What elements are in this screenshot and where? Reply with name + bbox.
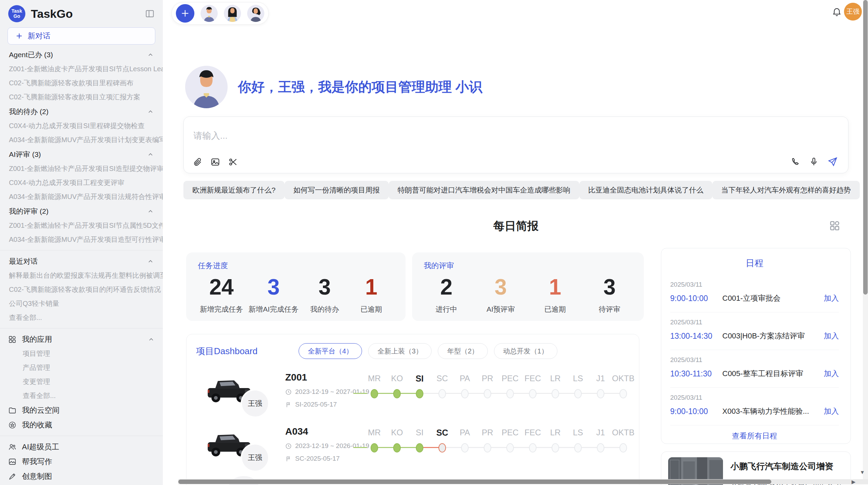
stat-label: 新增AI完成任务 [249, 304, 299, 314]
sidebar-item[interactable]: C0X4-动力总成开发项目工程变更评审 [0, 176, 163, 190]
app-link-project[interactable]: 项目管理 [0, 347, 163, 361]
send-icon[interactable] [828, 157, 838, 167]
scissors-icon[interactable] [228, 157, 238, 167]
chevron-up-icon[interactable] [147, 51, 154, 58]
suggestion-chip[interactable]: 欧洲新规最近颁布了什么? [183, 181, 285, 199]
sidebar-item[interactable]: Z001-全新燃油轻卡产品开发项目SI造型提交物评审 [0, 162, 163, 176]
milestone: PR [476, 373, 499, 398]
stat: 3AI预评审 [480, 276, 521, 314]
suggestion-chip[interactable]: 特朗普可能对进口汽车增税会对中国车企造成哪些影响 [389, 181, 579, 199]
milestone-dot-overdue [438, 443, 446, 452]
sidebar-help-write[interactable]: 帮我写作 [0, 454, 163, 469]
sidebar-collapse-icon[interactable] [145, 9, 155, 18]
suggestion-chip[interactable]: 当下年轻人对汽车外观有怎样的喜好趋势 [712, 181, 860, 199]
vertical-scrollbar[interactable] [863, 0, 868, 479]
task-progress-title: 任务进度 [198, 261, 394, 271]
notification-bell-icon[interactable] [832, 7, 842, 17]
recent-view-all[interactable]: 查看全部... [0, 311, 163, 325]
new-chat-button[interactable]: 新对话 [8, 27, 155, 45]
stat-value: 24 [209, 276, 233, 298]
sidebar-section-my-review[interactable]: 我的评审 (2) [0, 204, 163, 219]
chevron-up-icon[interactable] [147, 151, 154, 158]
chevron-up-icon[interactable] [147, 258, 154, 265]
horizontal-scrollbar[interactable] [178, 479, 868, 484]
milestone: OKTB [612, 427, 635, 452]
chevron-up-icon[interactable] [147, 208, 154, 215]
sidebar-cloud-space[interactable]: 我的云空间 [0, 403, 163, 418]
my-review-stats: 2进行中 3AI预评审 1已逾期 3待评审 [424, 276, 632, 314]
app-link-product[interactable]: 产品管理 [0, 361, 163, 375]
suggestion-chip[interactable]: 如何写一份清晰的项目周报 [285, 181, 389, 199]
chevron-up-icon[interactable] [148, 336, 155, 343]
sidebar-item[interactable]: Z001-全新燃油皮卡产品开发项目SI节点Lesson Learn报告 [0, 62, 163, 76]
project-flag: SC-2025-05-17 [285, 455, 369, 462]
greeting-block: 你好，王强，我是你的项目管理助理 小识 [185, 66, 482, 108]
schedule-date: 2025/03/11 [670, 394, 839, 401]
milestone-dot-pending [619, 389, 627, 398]
recent-conversation[interactable]: 公司Q3轻卡销量 [0, 297, 163, 311]
microphone-icon[interactable] [809, 157, 819, 166]
view-all-schedule-link[interactable]: 查看所有日程 [670, 431, 839, 441]
sidebar-item[interactable]: C0X4-动力总成开发项目SI里程碑提交物检查 [0, 119, 163, 133]
sidebar-ai-employee[interactable]: AI超级员工 [0, 439, 163, 454]
recent-conversation[interactable]: C02-飞腾新能源轻客改款项目的闭环通告反馈情况 [0, 283, 163, 297]
sidebar-creative-draw[interactable]: 创意制图 [0, 469, 163, 484]
filter-chip-selected[interactable]: 全新平台（4） [299, 343, 362, 359]
sidebar-item[interactable]: C02-飞腾新能源轻客改款项目立项汇报方案 [0, 90, 163, 104]
app-link-view-all[interactable]: 查看全部... [0, 389, 163, 403]
milestone-current: SI [408, 373, 431, 398]
briefing-layout-icon[interactable] [829, 220, 841, 232]
join-link[interactable]: 加入 [824, 331, 839, 341]
user-avatar[interactable]: 王强 [844, 3, 862, 21]
project-row[interactable]: 王强 Z001 2023-12-19 ~ 2027-01-19 SI-2025-… [186, 369, 639, 423]
sidebar-item[interactable]: C02-飞腾新能源轻客改款项目里程碑画布 [0, 76, 163, 90]
milestone-dot-pending [461, 443, 469, 452]
sidebar-favorites[interactable]: 我的收藏 [0, 418, 163, 432]
app-link-change[interactable]: 变更管理 [0, 375, 163, 389]
horizontal-scrollbar-thumb[interactable] [178, 480, 771, 484]
avatar[interactable] [201, 5, 218, 22]
milestone-dot-done [416, 389, 423, 398]
scroll-down-arrow[interactable]: ▼ [860, 469, 865, 475]
suggestion-chip[interactable]: 比亚迪全固态电池计划具体说了什么 [579, 181, 712, 199]
sidebar-section-my-todo[interactable]: 我的待办 (2) [0, 104, 163, 119]
image-icon[interactable] [210, 157, 220, 167]
avatar[interactable] [247, 5, 264, 22]
stat-label: 待评审 [599, 304, 620, 314]
milestone-dot-pending [574, 389, 582, 398]
schedule-item: 2025/03/11 9:00-10:00 X003-车辆动力学性能验... 加… [670, 388, 839, 425]
sidebar-my-apps[interactable]: 我的应用 [0, 332, 163, 347]
project-row[interactable]: 王强 A034 2023-12-19 ~ 2026-01-19 SC-2025-… [186, 423, 639, 477]
chat-input[interactable]: 请输入... [183, 116, 848, 173]
scroll-right-arrow[interactable]: ▶ [852, 479, 856, 485]
filter-chip[interactable]: 年型（2） [438, 343, 487, 359]
sidebar-item[interactable]: A034-全新新能源MUV产品开发项目造型可行性评审 [0, 233, 163, 247]
project-next-milestone: SC-2025-05-17 [295, 455, 340, 462]
recent-conversation[interactable]: 解释最新出台的欧盟报废车法规再生塑料比例被调至15%... [0, 269, 163, 283]
milestone: SI [408, 427, 431, 452]
phone-icon[interactable] [791, 157, 800, 166]
sidebar-item[interactable]: A034-全新新能源MUV产品开发项目法规符合性评审 [0, 190, 163, 204]
chevron-up-icon[interactable] [147, 108, 154, 115]
avatar[interactable] [224, 5, 241, 22]
paperclip-icon[interactable] [193, 157, 202, 167]
sidebar-section-recent[interactable]: 最近对话 [0, 254, 163, 269]
stat: 24新增完成任务 [200, 276, 243, 314]
filter-chip[interactable]: 全新上装（3） [368, 343, 432, 359]
join-link[interactable]: 加入 [824, 293, 839, 303]
owner-name: 王强 [248, 453, 262, 462]
sidebar-section-agent-done[interactable]: Agent已办 (3) [0, 47, 163, 62]
vertical-scrollbar-thumb[interactable] [863, 0, 868, 295]
folder-icon [8, 406, 16, 414]
sidebar-section-ai-review[interactable]: AI评审 (3) [0, 147, 163, 162]
join-link[interactable]: 加入 [824, 406, 839, 416]
filter-chip[interactable]: 动总开发（1） [494, 343, 557, 359]
sidebar-item[interactable]: Z001-全新燃油轻卡产品开发项目SI节点属性5D文件评审 [0, 219, 163, 233]
add-agent-button[interactable] [176, 4, 194, 23]
owner-name: 王强 [248, 399, 262, 408]
sidebar-item[interactable]: A034-全新新能源MUV产品开发项目计划变更表编写 [0, 133, 163, 147]
sidebar-header: Task Go TaskGo [0, 4, 163, 23]
project-name: A034 [285, 426, 369, 437]
schedule-item: 2025/03/11 13:00-14:30 C003|H0B-方案冻结评审 加… [670, 312, 839, 350]
join-link[interactable]: 加入 [824, 369, 839, 379]
